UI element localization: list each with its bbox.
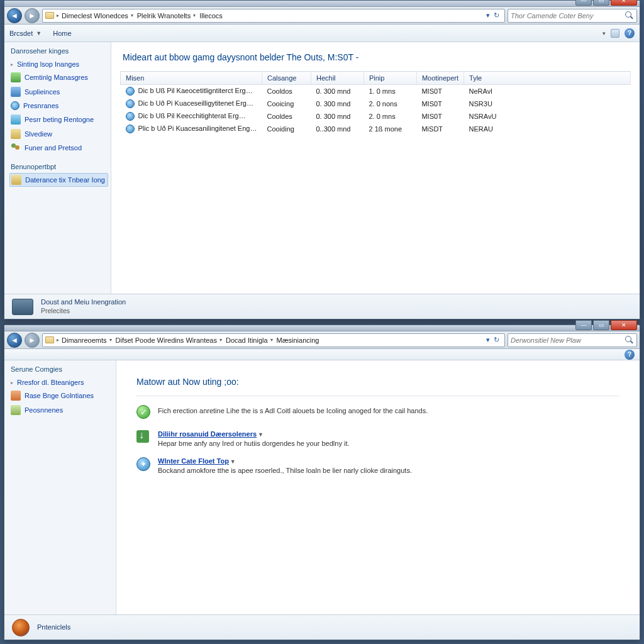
search-input[interactable] xyxy=(511,336,618,344)
search-box[interactable] xyxy=(508,9,637,23)
status-text: Fich erection anretine Lihe the is s Adl… xyxy=(158,407,619,414)
search-icon xyxy=(625,336,634,345)
help-icon[interactable]: ? xyxy=(625,350,635,360)
sidebar-item-0[interactable]: Rresfor dl. Bteanigers xyxy=(9,377,113,387)
col-4[interactable]: Mootinepert xyxy=(416,72,464,85)
toolbar: Brcsdet ▼ Home ▾ ? xyxy=(4,25,640,42)
data-table: Misen Calsange Hechil Pinip Mootinepert … xyxy=(120,71,631,135)
sidebar-item-2[interactable]: Suplieinces xyxy=(9,86,108,98)
sidebar-item-3[interactable]: Presnranes xyxy=(9,100,108,111)
sidebar-header: Danroseher kinges xyxy=(9,47,108,55)
col-3[interactable]: Pinip xyxy=(364,72,416,85)
address-bar[interactable]: ▸Dimanreoemts ▾ Difset Poode Wiredins Wi… xyxy=(42,333,505,347)
col-2[interactable]: Hechil xyxy=(311,72,364,85)
settings-row: ✦ Wlnter Cate Floet Top▼ Bockand amokfor… xyxy=(136,457,619,474)
globe-icon xyxy=(126,87,135,96)
window-top: — ▭ ✕ ◄ ► ▸Dimeclest Wlonedces ▾ Plelrik… xyxy=(4,0,640,319)
maximize-button[interactable]: ▭ xyxy=(593,0,609,6)
globe-icon xyxy=(126,125,135,133)
search-icon xyxy=(625,11,634,20)
toolbar: ? xyxy=(4,349,640,360)
crumb-3[interactable]: Mæsiniancing xyxy=(275,336,321,344)
monitor-icon xyxy=(11,87,21,97)
statusbar: Doust and Meiu Inengration Prelecites xyxy=(4,294,640,319)
back-button[interactable]: ◄ xyxy=(7,8,22,23)
crumb-1[interactable]: Difset Poode Wiredins Wiranteas ▾ xyxy=(114,336,223,344)
minimize-button[interactable]: — xyxy=(575,320,592,330)
close-button[interactable]: ✕ xyxy=(611,0,637,6)
sidebar-item-2[interactable]: Peosnnenes xyxy=(9,404,113,416)
content: Matowr aut Now uting ;oo: ✓ Fich erectio… xyxy=(116,360,640,614)
col-5[interactable]: Tyle xyxy=(464,72,631,85)
download-link[interactable]: Diliihr rosanuid Dæersoleners xyxy=(158,430,257,438)
sidebar: Danroseher kinges Sinting lsop Inanges C… xyxy=(4,42,111,294)
crumb-1[interactable]: Plelrik Wranotelts ▾ xyxy=(136,12,197,19)
sidebar-item-1[interactable]: Cemtinlg Manasgres xyxy=(9,71,108,84)
check-icon: ✓ xyxy=(136,405,150,419)
brand-menu[interactable]: Brcsdet ▼ xyxy=(9,30,42,37)
sidebar-group-item[interactable]: Daterance tix Tnbear Iong xyxy=(9,173,108,187)
window-bottom: — ▭ ✕ ◄ ► ▸Dimanreoemts ▾ Difset Poode W… xyxy=(4,325,640,640)
table-row[interactable]: Dic b Uß Pil Kaeocetitligntiterct Erg…Co… xyxy=(121,85,631,98)
folder-icon xyxy=(45,336,54,343)
help-icon[interactable]: ? xyxy=(625,28,635,38)
settings-desc: Bockand amokfore tthe is apee rsoerled.,… xyxy=(158,467,619,474)
download-icon xyxy=(136,430,149,443)
sidebar-item-5[interactable]: Slvediew xyxy=(9,128,108,140)
dropdown-icon[interactable]: ▼ xyxy=(258,431,264,438)
table-row[interactable]: Dic b Uð Pi Kuaceseilligytitenet Erg…Coo… xyxy=(121,97,631,110)
page-title: Mideart aut bbow gamg dayysnont belder T… xyxy=(123,52,631,62)
navbar: ◄ ► ▸Dimeclest Wlonedces ▾ Plelrik Wrano… xyxy=(4,7,640,25)
status-icon xyxy=(12,299,33,315)
table-row[interactable]: Plic b Uð Pi Kuacesanilingitenet Eng…Coo… xyxy=(121,123,631,135)
crumb-2[interactable]: Illecocs xyxy=(198,12,224,19)
view-down-icon[interactable]: ▾ xyxy=(602,30,606,36)
status-text: Doust and Meiu Inengration Prelecites xyxy=(41,298,126,315)
status-row: ✓ Fich erection anretine Lihe the is s A… xyxy=(136,405,619,420)
sidebar-item-4[interactable]: Pesrr beting Rentogne xyxy=(9,113,108,126)
settings-link[interactable]: Wlnter Cate Floet Top xyxy=(158,457,229,465)
org-icon xyxy=(11,391,21,401)
dropdown-icon[interactable]: ▼ xyxy=(230,458,236,465)
globe-icon xyxy=(11,101,19,110)
body: Danroseher kinges Sinting lsop Inanges C… xyxy=(4,42,640,294)
mail-icon[interactable] xyxy=(611,29,619,38)
page-title: Matowr aut Now uting ;oo: xyxy=(136,377,619,387)
prog-icon xyxy=(11,405,21,415)
refresh-button[interactable]: ▾↻ xyxy=(484,336,502,344)
firefox-icon xyxy=(12,619,30,636)
col-0[interactable]: Misen xyxy=(121,72,262,85)
sidebar-group-header: Benunopertbpt xyxy=(9,163,108,170)
close-button[interactable]: ✕ xyxy=(611,320,637,330)
table-row[interactable]: Dic b Uß Pil Keecchitighterat Erg…Coolde… xyxy=(121,110,631,123)
address-bar[interactable]: ▸Dimeclest Wlonedces ▾ Plelrik Wranotelt… xyxy=(42,9,505,23)
window-buttons: — ▭ ✕ xyxy=(575,320,637,330)
statusbar: Pnteniclels xyxy=(4,614,640,640)
crumb-0[interactable]: ▸Dimanreoemts ▾ xyxy=(55,336,113,344)
folder-icon xyxy=(11,175,21,185)
titlebar: — ▭ ✕ xyxy=(4,325,640,331)
crumb-0[interactable]: ▸Dimeclest Wlonedces ▾ xyxy=(55,12,135,19)
sidebar-item-6[interactable]: Funer and Pretsod xyxy=(9,142,108,153)
forward-button[interactable]: ► xyxy=(25,333,40,348)
refresh-button[interactable]: ▾↻ xyxy=(484,11,502,19)
green-icon xyxy=(11,72,21,82)
home-menu[interactable]: Home xyxy=(53,30,71,37)
sidebar-item-0[interactable]: Sinting lsop Inanges xyxy=(9,59,108,69)
sidebar-item-1[interactable]: Rase Bnge Golntianes xyxy=(9,389,113,402)
minimize-button[interactable]: — xyxy=(575,0,592,6)
globe-icon xyxy=(126,99,135,108)
col-1[interactable]: Calsange xyxy=(262,72,311,85)
forward-button[interactable]: ► xyxy=(25,8,40,23)
search-box[interactable] xyxy=(508,333,637,347)
crumb-2[interactable]: Docad Itinigla ▾ xyxy=(225,336,274,344)
folder-icon xyxy=(45,12,54,19)
people-icon xyxy=(11,143,21,152)
titlebar: — ▭ ✕ xyxy=(4,1,640,7)
shield-icon xyxy=(11,114,21,125)
search-input[interactable] xyxy=(511,12,618,19)
maximize-button[interactable]: ▭ xyxy=(593,320,609,330)
body: Serune Comgies Rresfor dl. Bteanigers Ra… xyxy=(4,360,640,614)
back-button[interactable]: ◄ xyxy=(7,333,22,348)
globe-icon xyxy=(126,112,135,121)
